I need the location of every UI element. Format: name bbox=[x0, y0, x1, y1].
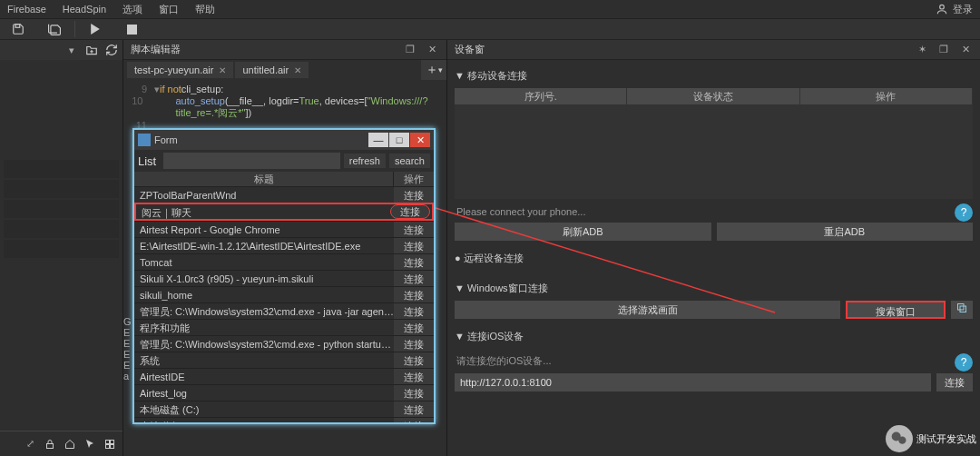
add-tab-button[interactable]: ＋▾ bbox=[421, 60, 446, 80]
section-windows[interactable]: ▼ Windows窗口连接 bbox=[455, 276, 973, 301]
list-item[interactable]: 系统连接 bbox=[134, 352, 434, 368]
connect-button[interactable]: 连接 bbox=[394, 287, 434, 302]
list-item-title: 程序和功能 bbox=[134, 320, 394, 335]
connect-button[interactable]: 连接 bbox=[394, 238, 434, 253]
connect-button[interactable]: 连接 bbox=[394, 385, 434, 401]
run-button[interactable] bbox=[77, 18, 113, 40]
list-item[interactable]: 本地磁盘 (C:)连接 bbox=[134, 401, 434, 417]
maximize-button[interactable]: □ bbox=[389, 133, 409, 147]
svg-rect-1 bbox=[15, 25, 20, 28]
menubar: Firebase HeadSpin 选项 窗口 帮助 登录 bbox=[0, 0, 980, 18]
menu-firebase[interactable]: Firebase bbox=[7, 4, 46, 15]
cursor-icon[interactable] bbox=[83, 437, 97, 451]
tab-untitled[interactable]: untitled.air✕ bbox=[235, 62, 309, 78]
help-button[interactable]: ? bbox=[955, 203, 973, 222]
watermark: 测试开发实战 bbox=[886, 425, 976, 452]
connect-button[interactable]: 连接 bbox=[394, 352, 434, 368]
ios-hint: 请连接您的iOS设备... bbox=[455, 351, 949, 373]
ios-address-input[interactable] bbox=[455, 373, 931, 392]
svg-rect-2 bbox=[127, 25, 137, 35]
save-all-button[interactable] bbox=[36, 18, 73, 40]
list-item[interactable]: 管理员: C:\Windows\system32\cmd.exe - java … bbox=[134, 302, 434, 319]
dialog-titlebar[interactable]: Form — □ ✕ bbox=[134, 130, 434, 150]
svg-rect-7 bbox=[111, 444, 114, 448]
connect-button[interactable]: 连接 bbox=[394, 401, 434, 417]
home-icon[interactable] bbox=[63, 437, 77, 451]
refresh-button[interactable]: refresh bbox=[344, 154, 386, 168]
list-item-title: Airtest_log bbox=[134, 385, 394, 401]
refresh-adb-button[interactable]: 刷新ADB bbox=[455, 223, 711, 241]
folder-plus-icon[interactable] bbox=[84, 43, 99, 57]
stop-button[interactable] bbox=[113, 18, 150, 40]
list-item[interactable]: ZPToolBarParentWnd连接 bbox=[134, 186, 434, 203]
copy-button[interactable] bbox=[951, 301, 973, 319]
sync-icon[interactable] bbox=[104, 43, 119, 57]
left-sidebar: ▾ ⤢ bbox=[0, 40, 123, 456]
filter-input[interactable] bbox=[163, 153, 339, 169]
restore-icon[interactable]: ❐ bbox=[936, 43, 951, 57]
connect-button[interactable]: 连接 bbox=[394, 336, 434, 352]
mobile-table-body bbox=[455, 104, 973, 199]
list-item-title: 管理员: C:\Windows\system32\cmd.exe - pytho… bbox=[134, 336, 394, 352]
search-window-button[interactable]: 搜索窗口 bbox=[846, 301, 946, 319]
pick-window-button[interactable]: 选择游戏画面 bbox=[455, 301, 840, 319]
minimize-button[interactable]: — bbox=[368, 133, 388, 147]
close-button[interactable]: ✕ bbox=[410, 133, 430, 147]
list-item-title: Sikuli X-1.0rc3 (r905) - yueyun-im.sikul… bbox=[134, 271, 394, 286]
connect-button[interactable]: 连接 bbox=[394, 418, 434, 422]
list-item[interactable]: Tomcat连接 bbox=[134, 253, 434, 270]
connect-button[interactable]: 连接 bbox=[390, 204, 430, 219]
menu-window[interactable]: 窗口 bbox=[159, 3, 179, 16]
connect-button[interactable]: 连接 bbox=[394, 320, 434, 335]
list-item[interactable]: Airtest Report - Google Chrome连接 bbox=[134, 221, 434, 237]
list-item[interactable]: 程序和功能连接 bbox=[134, 319, 434, 335]
ios-connect-button[interactable]: 连接 bbox=[936, 373, 973, 392]
restart-adb-button[interactable]: 重启ADB bbox=[717, 223, 974, 241]
svg-point-0 bbox=[940, 5, 945, 9]
grid-icon[interactable] bbox=[103, 437, 117, 451]
connect-button[interactable]: 连接 bbox=[394, 254, 434, 270]
search-button[interactable]: search bbox=[389, 154, 430, 168]
save-button[interactable] bbox=[0, 18, 36, 40]
connect-button[interactable]: 连接 bbox=[394, 187, 434, 203]
close-icon[interactable]: ✕ bbox=[294, 65, 301, 75]
list-item[interactable]: AirtestIDE连接 bbox=[134, 368, 434, 384]
list-item[interactable]: Airtest_log连接 bbox=[134, 384, 434, 401]
restore-icon[interactable]: ❐ bbox=[403, 43, 417, 57]
list-item[interactable]: sikuli_home连接 bbox=[134, 286, 434, 302]
svg-rect-3 bbox=[47, 443, 54, 448]
section-remote[interactable]: ● 远程设备连接 bbox=[455, 246, 973, 271]
menu-headspin[interactable]: HeadSpin bbox=[63, 4, 106, 15]
tab-test-pc[interactable]: test-pc-yueyun.air✕ bbox=[127, 62, 233, 78]
expand-icon[interactable]: ⤢ bbox=[23, 437, 37, 451]
menu-options[interactable]: 选项 bbox=[122, 3, 142, 16]
login-button[interactable]: 登录 bbox=[953, 3, 973, 16]
list-item-title: ZPToolBarParentWnd bbox=[134, 187, 394, 203]
list-item-title: 本地磁盘 (C:) bbox=[134, 401, 394, 417]
form-dialog: Form — □ ✕ List refresh search 标题 操作 ZPT… bbox=[132, 128, 436, 424]
connect-button[interactable]: 连接 bbox=[394, 303, 434, 319]
section-ios[interactable]: ▼ 连接iOS设备 bbox=[455, 324, 973, 349]
menu-help[interactable]: 帮助 bbox=[195, 3, 215, 16]
list-item-title: AirtestIDE bbox=[134, 369, 394, 384]
connect-button[interactable]: 连接 bbox=[394, 222, 434, 237]
list-item[interactable]: E:\AirtestIDE-win-1.2.12\AirtestIDE\Airt… bbox=[134, 237, 434, 253]
help-button[interactable]: ? bbox=[955, 353, 973, 372]
list-item[interactable]: 本地磁盘 (C:)连接 bbox=[134, 417, 434, 422]
dialog-title: Form bbox=[154, 134, 178, 145]
connect-button[interactable]: 连接 bbox=[394, 369, 434, 384]
chevron-down-icon[interactable]: ▾ bbox=[64, 43, 79, 57]
close-icon[interactable]: ✕ bbox=[425, 43, 439, 57]
list-item[interactable]: 阅云｜聊天连接 bbox=[134, 203, 434, 221]
list-item-title: 本地磁盘 (C:) bbox=[134, 418, 394, 422]
settings-icon[interactable]: ✶ bbox=[915, 43, 929, 57]
lock-icon[interactable] bbox=[43, 437, 57, 451]
toolbar bbox=[0, 18, 980, 40]
list-item[interactable]: Sikuli X-1.0rc3 (r905) - yueyun-im.sikul… bbox=[134, 270, 434, 286]
section-mobile[interactable]: ▼ 移动设备连接 bbox=[455, 64, 973, 88]
close-icon[interactable]: ✕ bbox=[219, 65, 226, 75]
close-icon[interactable]: ✕ bbox=[958, 43, 973, 57]
connect-button[interactable]: 连接 bbox=[394, 271, 434, 286]
panel-title: 脚本编辑器 bbox=[131, 43, 181, 56]
list-item[interactable]: 管理员: C:\Windows\system32\cmd.exe - pytho… bbox=[134, 335, 434, 352]
